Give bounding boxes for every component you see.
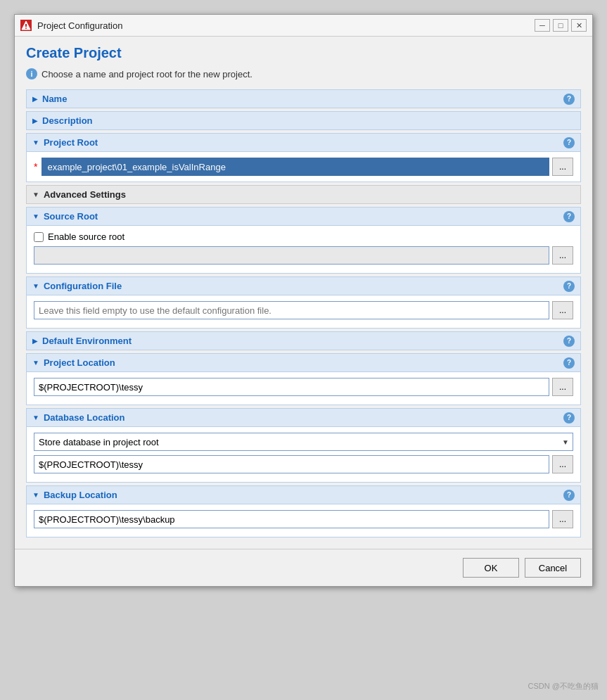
section-config-file-arrow: ▼ [32, 282, 39, 290]
section-database-location-label: Database Location [44, 412, 125, 423]
source-root-browse-button[interactable]: ... [552, 246, 573, 265]
section-description-header[interactable]: ▶ Description [26, 111, 581, 130]
database-location-select-row: Store database in project root Custom lo… [34, 433, 573, 451]
section-project-root-content: * ... [26, 152, 581, 182]
config-file-field-row: ... [34, 301, 573, 319]
source-root-input[interactable] [34, 246, 549, 265]
subtitle-row: i Choose a name and project root for the… [26, 68, 581, 79]
database-location-field-row: ... [34, 455, 573, 473]
section-config-file-label: Configuration File [44, 281, 122, 291]
source-root-field-row: ... [34, 246, 573, 265]
backup-location-input[interactable] [34, 510, 549, 528]
minimize-button[interactable]: ─ [535, 19, 550, 32]
section-name-header[interactable]: ▶ Name ? [26, 89, 581, 108]
project-location-input[interactable] [34, 378, 549, 396]
maximize-button[interactable]: □ [553, 19, 568, 32]
section-database-location-arrow: ▼ [32, 414, 39, 421]
section-backup-location-help[interactable]: ? [563, 490, 575, 501]
section-database-location-header[interactable]: ▼ Database Location ? [26, 408, 581, 427]
section-database-location: ▼ Database Location ? Store database in … [26, 408, 581, 483]
title-bar-controls: ─ □ ✕ [535, 19, 587, 32]
section-description: ▶ Description [26, 111, 581, 130]
backup-location-field-row: ... [34, 510, 573, 528]
subtitle-text: Choose a name and project root for the n… [41, 69, 253, 79]
section-project-location-label: Project Location [44, 357, 115, 368]
svg-point-2 [25, 27, 27, 29]
section-name-arrow: ▶ [32, 95, 38, 103]
section-config-file-content: ... [26, 295, 581, 329]
close-button[interactable]: ✕ [571, 19, 587, 32]
section-project-location-content: ... [26, 372, 581, 405]
section-project-root-label: Project Root [44, 137, 98, 148]
required-star: * [34, 161, 37, 172]
section-backup-location-arrow: ▼ [32, 491, 39, 499]
section-name-label: Name [42, 94, 67, 104]
project-location-browse-button[interactable]: ... [552, 378, 573, 396]
ok-button[interactable]: OK [463, 558, 519, 578]
config-file-browse-button[interactable]: ... [552, 301, 573, 319]
cancel-button[interactable]: Cancel [525, 558, 581, 578]
section-database-location-help[interactable]: ? [563, 412, 575, 424]
section-source-root-help[interactable]: ? [563, 211, 575, 222]
section-source-root-label: Source Root [44, 211, 98, 222]
section-source-root: ▼ Source Root ? Enable source root ... [26, 207, 581, 274]
section-backup-location-header[interactable]: ▼ Backup Location ? [26, 485, 581, 504]
section-project-root: ▼ Project Root ? * ... [26, 133, 581, 182]
section-default-env: ▶ Default Environment ? [26, 331, 581, 350]
section-source-root-arrow: ▼ [32, 212, 39, 220]
enable-source-root-label: Enable source root [48, 231, 124, 242]
section-default-env-help[interactable]: ? [563, 336, 575, 347]
section-config-file: ▼ Configuration File ? ... [26, 276, 581, 329]
section-config-file-help[interactable]: ? [563, 281, 575, 292]
database-location-input[interactable] [34, 455, 549, 473]
config-file-input[interactable] [34, 301, 549, 319]
create-project-title: Create Project [26, 45, 581, 61]
title-bar-text: Project Configuration [37, 20, 529, 31]
section-default-env-label: Default Environment [42, 336, 132, 346]
section-source-root-content: Enable source root ... [26, 226, 581, 274]
advanced-settings-label: Advanced Settings [44, 189, 126, 200]
database-location-select-wrapper: Store database in project root Custom lo… [34, 433, 573, 451]
section-source-root-header[interactable]: ▼ Source Root ? [26, 207, 581, 226]
section-default-env-arrow: ▶ [32, 337, 38, 345]
section-project-root-arrow: ▼ [32, 139, 39, 146]
project-root-browse-button[interactable]: ... [552, 158, 573, 176]
advanced-settings-arrow: ▼ [32, 191, 39, 198]
dialog-footer: OK Cancel [15, 549, 592, 586]
section-description-arrow: ▶ [32, 117, 38, 125]
section-project-location-arrow: ▼ [32, 359, 39, 367]
section-name-help[interactable]: ? [563, 94, 575, 105]
app-icon [20, 20, 32, 31]
section-database-location-content: Store database in project root Custom lo… [26, 427, 581, 483]
section-config-file-header[interactable]: ▼ Configuration File ? [26, 276, 581, 295]
advanced-settings-header[interactable]: ▼ Advanced Settings [26, 185, 581, 204]
dialog: Project Configuration ─ □ ✕ Create Proje… [14, 14, 593, 587]
source-root-checkbox-row: Enable source root [34, 231, 573, 242]
project-root-input-row: * ... [34, 158, 573, 176]
watermark: CSDN @不吃鱼的猫 [528, 681, 599, 692]
section-backup-location: ▼ Backup Location ? ... [26, 485, 581, 537]
database-location-browse-button[interactable]: ... [552, 455, 573, 473]
section-backup-location-label: Backup Location [44, 490, 117, 500]
project-root-input[interactable] [41, 158, 549, 176]
section-default-env-header[interactable]: ▶ Default Environment ? [26, 331, 581, 350]
section-project-location-header[interactable]: ▼ Project Location ? [26, 353, 581, 372]
section-project-root-help[interactable]: ? [563, 137, 575, 148]
database-location-select[interactable]: Store database in project root Custom lo… [34, 433, 573, 451]
title-bar: Project Configuration ─ □ ✕ [15, 15, 592, 37]
section-project-root-header[interactable]: ▼ Project Root ? [26, 133, 581, 152]
section-project-location-help[interactable]: ? [563, 357, 575, 369]
subtitle-info-icon: i [26, 68, 37, 79]
project-location-field-row: ... [34, 378, 573, 396]
dialog-body: Create Project i Choose a name and proje… [15, 37, 592, 549]
section-backup-location-content: ... [26, 504, 581, 537]
backup-location-browse-button[interactable]: ... [552, 510, 573, 528]
section-project-location: ▼ Project Location ? ... [26, 353, 581, 405]
section-name: ▶ Name ? [26, 89, 581, 108]
enable-source-root-checkbox[interactable] [34, 232, 44, 242]
section-description-label: Description [42, 115, 93, 126]
